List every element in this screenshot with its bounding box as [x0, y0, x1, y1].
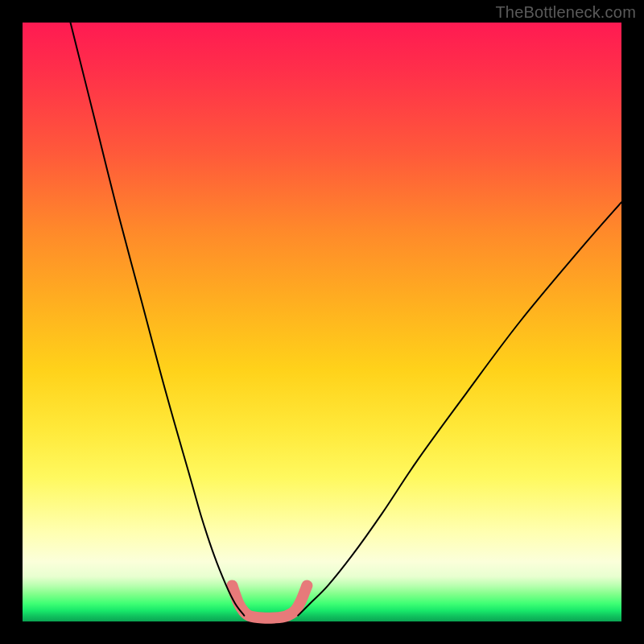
trough-marker-path — [232, 585, 307, 617]
left-curve-path — [71, 23, 245, 616]
right-curve-path — [298, 202, 621, 615]
plot-area — [23, 23, 621, 621]
chart-svg — [23, 23, 621, 621]
watermark-text: TheBottleneck.com — [495, 3, 636, 22]
chart-frame: TheBottleneck.com — [0, 0, 644, 644]
